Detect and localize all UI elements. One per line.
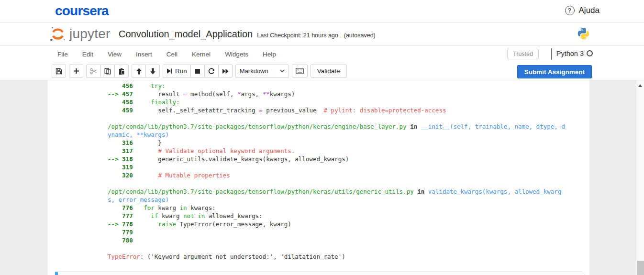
fast-forward-icon	[222, 68, 229, 74]
help-link[interactable]: ? Ajuda	[565, 6, 600, 15]
arrow-up-icon	[136, 68, 142, 75]
menu-widgets[interactable]: Widgets	[225, 51, 248, 58]
move-cell-up-button[interactable]	[132, 65, 146, 77]
menu-view[interactable]: View	[108, 51, 122, 58]
menubar: File Edit View Insert Cell Kernel Widget…	[0, 46, 644, 62]
move-cell-down-button[interactable]	[145, 65, 160, 77]
notebook-toolbar: Run Markdown Validate Submit Assignment	[0, 62, 644, 80]
kernel-name: Python 3	[556, 50, 584, 57]
paste-icon	[118, 68, 125, 75]
copy-icon	[104, 68, 111, 75]
menu-edit[interactable]: Edit	[82, 51, 93, 58]
validate-button[interactable]: Validate	[311, 65, 347, 77]
traceback-output: 456 try:--> 457 result = method(self, *a…	[108, 82, 565, 261]
chevron-down-icon	[280, 69, 285, 73]
notebook-page: 456 try:--> 457 result = method(self, *a…	[48, 80, 589, 275]
keyboard-icon	[296, 68, 304, 74]
command-palette-button[interactable]	[292, 65, 308, 77]
question-circle-icon: ?	[565, 6, 575, 15]
scrollbar-up-arrow-icon[interactable]	[638, 84, 642, 87]
coursera-logo[interactable]: coursera	[55, 3, 109, 19]
menu-file[interactable]: File	[57, 51, 68, 58]
python-logo-icon	[577, 27, 590, 43]
notebook-title[interactable]: Convolution_model_Application	[119, 29, 253, 40]
submit-label: Submit Assignment	[524, 68, 585, 76]
menu-cell[interactable]: Cell	[167, 51, 178, 58]
validate-label: Validate	[317, 67, 340, 75]
selected-code-cell-edge[interactable]	[55, 272, 582, 275]
step-forward-icon	[167, 68, 173, 74]
scrollbar-thumb[interactable]	[637, 261, 644, 275]
save-button[interactable]	[52, 65, 66, 77]
run-cell-button[interactable]: Run	[163, 65, 191, 77]
vertical-scrollbar[interactable]	[636, 80, 644, 275]
submit-assignment-button[interactable]: Submit Assignment	[517, 65, 592, 78]
add-cell-button[interactable]	[69, 65, 83, 77]
stop-icon	[195, 68, 200, 74]
paste-cell-button[interactable]	[114, 65, 129, 77]
arrow-down-icon	[150, 68, 156, 75]
scissors-icon	[90, 68, 97, 75]
stop-kernel-button[interactable]	[190, 65, 205, 77]
autosave-status: (autosaved)	[344, 32, 376, 39]
jupyter-header: jupyter Convolution_model_Application La…	[0, 22, 644, 46]
cut-cell-button[interactable]	[86, 65, 101, 77]
cell-type-value: Markdown	[240, 67, 268, 75]
help-label: Ajuda	[579, 6, 600, 15]
restart-kernel-button[interactable]	[204, 65, 219, 77]
checkpoint-status: Last Checkpoint: 21 hours ago	[257, 32, 338, 39]
menu-help[interactable]: Help	[263, 51, 276, 58]
cell-type-select[interactable]: Markdown	[235, 65, 289, 77]
run-label: Run	[175, 67, 187, 75]
notebook-scroll-area: 456 try:--> 457 result = method(self, *a…	[0, 80, 644, 275]
restart-run-all-button[interactable]	[218, 65, 233, 77]
menu-insert[interactable]: Insert	[136, 51, 152, 58]
kernel-divider	[551, 48, 552, 60]
jupyter-logo-text: jupyter	[69, 26, 110, 42]
trusted-badge: Trusted	[507, 49, 539, 59]
kernel-idle-indicator-icon	[587, 50, 593, 56]
jupyter-logo-icon	[49, 25, 67, 43]
jupyter-logo[interactable]: jupyter	[49, 25, 110, 43]
save-icon	[56, 68, 62, 75]
plus-icon	[73, 68, 79, 74]
copy-cell-button[interactable]	[100, 65, 115, 77]
refresh-icon	[208, 68, 215, 75]
menu-kernel[interactable]: Kernel	[192, 51, 211, 58]
coursera-topbar: coursera ? Ajuda	[0, 0, 644, 22]
